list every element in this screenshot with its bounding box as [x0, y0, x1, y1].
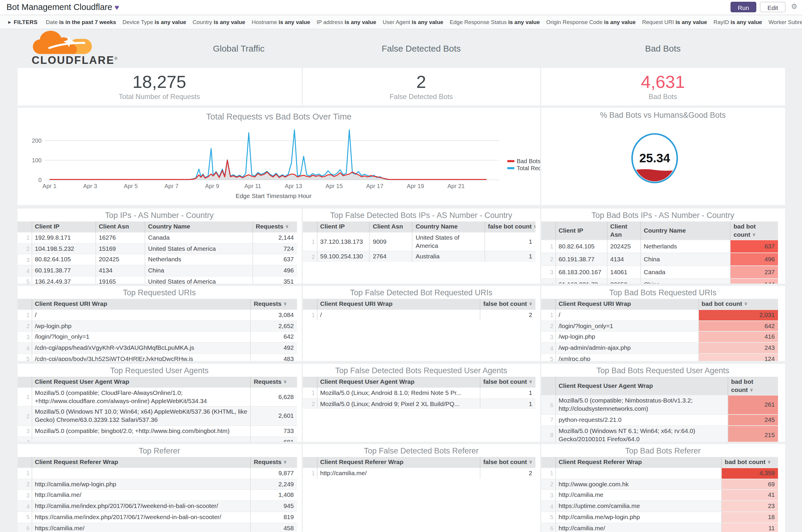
- table-row[interactable]: 260.191.38.774134China496: [541, 253, 778, 266]
- table-row[interactable]: 180.82.64.105202425Netherlands637: [541, 240, 778, 253]
- filter-item[interactable]: Device Type is any value: [122, 19, 186, 25]
- table-row[interactable]: 3http://camilia.me/1,408: [17, 490, 297, 501]
- filter-item[interactable]: Country is any value: [193, 19, 246, 25]
- column-header[interactable]: false bot count∨: [480, 299, 535, 309]
- column-header[interactable]: Requests∨: [250, 457, 297, 468]
- table-row[interactable]: 2Mozilla/5.0 (Linux; Android 9; Pixel 2 …: [303, 398, 535, 409]
- table-row[interactable]: 3/wp-login.php416: [541, 331, 778, 343]
- filter-item[interactable]: Edge Response Status is any value: [450, 19, 539, 25]
- cell: 458: [250, 523, 297, 532]
- table-top-requested-uris[interactable]: Top Requested URIsClient Request URI Wra…: [17, 286, 301, 361]
- table-row[interactable]: 4http://camilia.me/index.php/2017/06/17/…: [17, 501, 297, 512]
- table-row[interactable]: 19,877: [17, 468, 297, 479]
- table-row[interactable]: 4/cdn-cgi/apps/head/xVgyKhR-vV3dAUGhMqfB…: [17, 342, 297, 354]
- table-top-false-detected-bot-requested-uris[interactable]: Top False Detected Bot Requested URIsCli…: [303, 286, 540, 361]
- table-row[interactable]: 5https://camilia.me/index.php/2017/06/17…: [17, 512, 297, 523]
- filter-item[interactable]: Request URI is any value: [642, 19, 707, 25]
- tile-title: Top False Detected Bot Requested URIs: [303, 286, 540, 299]
- gauge-tile[interactable]: % Bad Bots vs Humans&Good Bots 25.34: [541, 108, 785, 205]
- table-top-bad-bots-requested-user-agents[interactable]: Top Bad Bots Requested User AgentsClient…: [541, 364, 785, 442]
- table-row[interactable]: 2http://www.google.com.hk69: [541, 479, 778, 490]
- table-row[interactable]: 3/login/?login_only=1642: [17, 331, 297, 343]
- table-row[interactable]: 7python-requests/2.21.0245: [541, 415, 778, 426]
- column-header[interactable]: Requests∨: [250, 377, 297, 387]
- table-row[interactable]: 6Mozilla/5.0 (compatible; Nimbostratus-B…: [541, 396, 778, 415]
- table-row[interactable]: 460.191.38.774134China496: [17, 265, 297, 276]
- table-row[interactable]: 1/3,084: [17, 309, 297, 321]
- table-row[interactable]: 2104.198.5.23215169United States of Amer…: [17, 243, 297, 254]
- section-header-global-traffic: Global Traffic: [176, 43, 302, 53]
- table-row[interactable]: 14,359: [541, 468, 778, 479]
- filter-item[interactable]: Hostname is any value: [252, 19, 310, 25]
- row-number: 2: [303, 398, 317, 409]
- row-number: 7: [541, 415, 555, 426]
- table-row[interactable]: 3Mozilla/5.0 (compatible; bingbot/2.0; +…: [17, 426, 297, 437]
- table-row[interactable]: 1http://camilia.me/2: [303, 468, 535, 478]
- cell: 2,249: [250, 479, 297, 490]
- filter-item[interactable]: Date is in the past 7 weeks: [46, 19, 116, 25]
- kpi-value: 18,275: [132, 73, 186, 91]
- table-row[interactable]: 1/2: [303, 309, 535, 320]
- table-top-referer[interactable]: Top RefererClient Request Referer WrapRe…: [17, 444, 301, 532]
- sort-chevron-icon: ∨: [767, 459, 771, 464]
- column-header[interactable]: bad bot count∨: [698, 299, 778, 309]
- table-row[interactable]: 5http://camilia.me/wp-login.php18: [541, 512, 778, 523]
- table-row[interactable]: 461.160.221.7323650China144: [541, 279, 778, 284]
- column-header: Client Request URI Wrap: [32, 299, 250, 309]
- table-row[interactable]: 2/login/?login_only=1642: [541, 321, 778, 331]
- column-header[interactable]: false bot count∨: [480, 457, 535, 468]
- table-row[interactable]: 2/wp-login.php2,652: [17, 321, 297, 331]
- column-header[interactable]: Requests∨: [250, 299, 297, 309]
- table-row[interactable]: 368.183.200.16714061Canada237: [541, 266, 778, 279]
- table-row[interactable]: 1192.99.8.17116276Canada2,144: [17, 232, 297, 243]
- table-top-bad-bots-ips[interactable]: Top Bad Bots IPs - AS Number - CountryCl…: [541, 209, 785, 284]
- table-top-false-detected-bots-referer[interactable]: Top False Detected Bots RefererClient Re…: [303, 444, 540, 532]
- edit-button[interactable]: Edit: [760, 2, 786, 12]
- filter-item[interactable]: User Agent is any value: [383, 19, 443, 25]
- filter-item[interactable]: Worker Subrequest is...: [769, 19, 802, 25]
- table-row[interactable]: 2http://camilia.me/wp-login.php2,249: [17, 479, 297, 490]
- table-row[interactable]: 6https://camilia.me/458: [17, 523, 297, 532]
- column-header[interactable]: bad bot count∨: [730, 222, 778, 240]
- table-top-bad-bots-requested-uris[interactable]: Top Bad Bots Requested URIsClient Reques…: [541, 286, 785, 361]
- table-top-false-detected-bots-requested-user-agents[interactable]: Top False Detected Bots Requested User A…: [303, 364, 540, 442]
- table-row[interactable]: 8Mozilla/5.0 (Windows NT 6.1; Win64; x64…: [541, 426, 778, 442]
- run-button[interactable]: Run: [730, 2, 756, 12]
- filter-item[interactable]: IP address is any value: [317, 19, 376, 25]
- table-top-bad-bots-referer[interactable]: Top Bad Bots RefererClient Request Refer…: [541, 444, 785, 532]
- column-header[interactable]: Requests∨: [252, 222, 297, 232]
- table-row[interactable]: 6http://camilia.me/11: [541, 523, 778, 532]
- kpi-false-detected-bots[interactable]: 2 False Detected Bots: [303, 68, 540, 106]
- filters-toggle[interactable]: ▶FILTERS: [8, 19, 38, 25]
- cell: 243: [698, 342, 778, 354]
- table-row[interactable]: 4681: [17, 437, 297, 442]
- column-header[interactable]: bad bot count∨: [722, 457, 778, 468]
- table-row[interactable]: 4/wp-admin/admin-ajax.php243: [541, 342, 778, 354]
- kpi-total-requests[interactable]: 18,275 Total Number of Requests: [17, 68, 301, 106]
- column-header[interactable]: false bot count∨: [485, 222, 535, 232]
- timeseries-chart-tile[interactable]: 0100200Apr 1Apr 3Apr 5Apr 7Apr 9Apr 11Ap…: [17, 108, 540, 205]
- table-row[interactable]: 5136.24.49.3719165United States of Ameri…: [17, 276, 297, 284]
- table-row[interactable]: 1/2,031: [541, 309, 778, 321]
- table-top-ips[interactable]: Top IPs - AS Number - CountryClient IPCl…: [17, 209, 301, 284]
- table-row[interactable]: 380.82.64.105202425Netherlands637: [17, 254, 297, 265]
- table-row[interactable]: 3http://camilia.me41: [541, 490, 778, 501]
- table-top-requested-user-agents[interactable]: Top Requested User AgentsClient Request …: [17, 364, 301, 442]
- kpi-bad-bots[interactable]: 4,631 Bad Bots: [541, 68, 785, 106]
- table-row[interactable]: 2Mozilla/5.0 (Windows NT 10.0; Win64; x6…: [17, 406, 297, 426]
- filter-item[interactable]: RayID is any value: [713, 19, 762, 25]
- svg-text:25.34: 25.34: [639, 151, 670, 165]
- filter-item[interactable]: Origin Response Code is any value: [546, 19, 636, 25]
- column-header[interactable]: bad bot count∨: [728, 377, 778, 396]
- table-row[interactable]: 5/xmlrpc.php124: [541, 354, 778, 361]
- table-row[interactable]: 1Mozilla/5.0 (Linux; Android 8.1.0; Redm…: [303, 387, 535, 398]
- gear-icon[interactable]: ⚙: [791, 2, 797, 11]
- sort-chevron-icon: ∨: [744, 301, 748, 306]
- column-header[interactable]: false bot count∨: [480, 377, 535, 387]
- table-row[interactable]: 259.100.254.1302764Australia1: [303, 251, 535, 262]
- table-row[interactable]: 137.120.138.1739009United States of Amer…: [303, 232, 535, 251]
- table-top-false-detected-bots-ips[interactable]: Top False Detected Bots IPs - AS Number …: [303, 209, 540, 284]
- table-row[interactable]: 5/cdn-cgi/apps/body/3Lh52SjWTQ4HRlErJykH…: [17, 354, 297, 361]
- table-row[interactable]: 4https://uptime.com/camilia.me23: [541, 501, 778, 512]
- table-row[interactable]: 1Mozilla/5.0 (compatible; CloudFlare-Alw…: [17, 387, 297, 406]
